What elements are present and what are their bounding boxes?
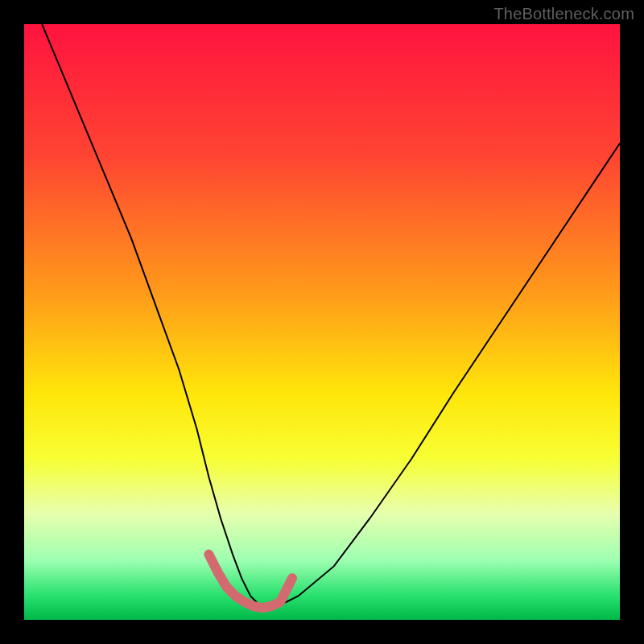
gradient-background	[24, 24, 620, 620]
marker-dot-icon	[288, 574, 296, 582]
chart-frame: TheBottleneck.com	[0, 0, 644, 644]
plot-area	[24, 24, 620, 620]
watermark-text: TheBottleneck.com	[493, 5, 634, 23]
chart-svg	[24, 24, 620, 620]
